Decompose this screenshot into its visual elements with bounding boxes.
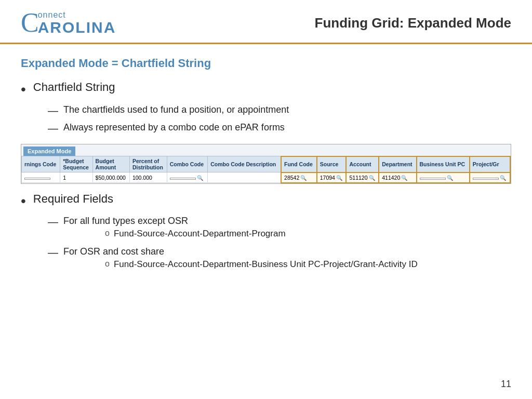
chartfield-sub-items: — The chartfields used to fund a positio…	[48, 103, 511, 136]
col-percent-dist: Percent ofDistribution	[129, 156, 167, 172]
dash-2: —	[48, 121, 58, 136]
logo-c-letter: C	[21, 9, 39, 36]
sub-sub-item-1-text: Fund-Source-Account-Department-Program	[114, 228, 286, 240]
input-combo-code[interactable]	[170, 178, 196, 180]
col-project: Project/Gr	[470, 156, 510, 172]
col-account: Account	[346, 156, 379, 172]
sub-sub-item-2: o Fund-Source-Account-Department-Busines…	[105, 258, 418, 271]
dash-3: —	[48, 215, 58, 229]
logo-carolina: AROLINA	[38, 20, 116, 35]
sub-item-1: — The chartfields used to fund a positio…	[48, 103, 511, 118]
search-icon-bu[interactable]: 🔍	[447, 175, 453, 181]
circle-o-2: o	[105, 258, 110, 270]
grid-header-row: rnings Code *BudgetSequence BudgetAmount…	[22, 156, 511, 172]
bullet-required-label: Required Fields	[33, 192, 113, 206]
sub-sub-item-2-text: Fund-Source-Account-Department-Business …	[114, 258, 418, 271]
col-department: Department	[379, 156, 416, 172]
cell-earnings-code	[22, 172, 60, 183]
slide-header: C onnect AROLINA Funding Grid: Expanded …	[0, 0, 532, 44]
col-business-unit: Business Unit PC	[417, 156, 470, 172]
col-combo-desc: Combo Code Description	[208, 156, 281, 172]
col-budget-amount: BudgetAmount	[92, 156, 129, 172]
cell-account: 511120🔍	[346, 172, 379, 183]
slide-content: Expanded Mode = Chartfield String • Char…	[0, 44, 532, 283]
section-title: Expanded Mode = Chartfield String	[21, 57, 511, 70]
slide-title: Funding Grid: Expanded Mode	[315, 15, 511, 31]
cell-department: 411420🔍	[379, 172, 416, 183]
search-icon-dept[interactable]: 🔍	[401, 175, 407, 181]
sub-item-2-text: Always represented by a combo code on eP…	[63, 121, 285, 134]
logo: C onnect AROLINA	[21, 9, 116, 36]
col-source: Source	[317, 156, 347, 172]
grid-table-wrapper: rnings Code *BudgetSequence BudgetAmount…	[21, 156, 511, 183]
search-icon-project[interactable]: 🔍	[500, 175, 506, 181]
input-earnings-code[interactable]	[24, 178, 50, 180]
page-number: 11	[501, 379, 511, 390]
dash-1: —	[48, 103, 58, 118]
bullet-dot-1: •	[21, 81, 26, 98]
required-section: • Required Fields — For all fund types e…	[21, 192, 511, 273]
cell-fund-code: 28542🔍	[281, 172, 317, 183]
required-sub-items: — For all fund types except OSR o Fund-S…	[48, 215, 511, 273]
sub-item-cost-share: — For OSR and cost share o Fund-Source-A…	[48, 245, 511, 273]
sub-item-osr: — For all fund types except OSR o Fund-S…	[48, 215, 511, 242]
grid-screenshot: Expanded Mode rnings Code *BudgetSequenc…	[21, 144, 511, 184]
col-combo-code: Combo Code	[167, 156, 207, 172]
cell-percent-dist: 100.000	[129, 172, 167, 183]
dash-4: —	[48, 245, 58, 260]
cell-budget-amount: $50,000.000	[92, 172, 129, 183]
input-project[interactable]	[473, 178, 499, 180]
search-icon-source[interactable]: 🔍	[336, 175, 342, 181]
cell-business-unit: 🔍	[417, 172, 470, 183]
sub-item-1-text: The chartfields used to fund a position,…	[63, 103, 289, 116]
col-fund-code: Fund Code	[281, 156, 317, 172]
search-icon-fund[interactable]: 🔍	[300, 175, 307, 181]
cell-combo-code: 🔍	[167, 172, 207, 183]
bullet-required-fields: • Required Fields	[21, 192, 511, 210]
grid-mode-label: Expanded Mode	[23, 147, 75, 156]
grid-table: rnings Code *BudgetSequence BudgetAmount…	[21, 156, 511, 183]
input-business-unit[interactable]	[420, 178, 446, 180]
col-earnings-code: rnings Code	[22, 156, 60, 172]
circle-o-1: o	[105, 228, 110, 239]
sub-item-cost-share-text: For OSR and cost share	[63, 246, 164, 257]
sub-item-2: — Always represented by a combo code on …	[48, 121, 511, 136]
grid-data-row: 1 $50,000.000 100.000 🔍 28542🔍 17094🔍 51…	[22, 172, 511, 183]
sub-sub-items-1: o Fund-Source-Account-Department-Program	[105, 228, 286, 240]
cell-combo-desc	[208, 172, 281, 183]
search-icon-account[interactable]: 🔍	[369, 175, 375, 181]
sub-item-osr-text: For all fund types except OSR	[63, 216, 188, 226]
sub-sub-items-2: o Fund-Source-Account-Department-Busines…	[105, 258, 418, 271]
cell-source: 17094🔍	[317, 172, 347, 183]
cell-budget-seq: 1	[60, 172, 92, 183]
bullet-chartfield-string: • Chartfield String	[21, 81, 511, 98]
sub-sub-item-1: o Fund-Source-Account-Department-Program	[105, 228, 286, 240]
bullet-chartfield-label: Chartfield String	[33, 81, 115, 94]
logo-text-block: onnect AROLINA	[38, 10, 116, 35]
search-icon-combo[interactable]: 🔍	[197, 175, 203, 181]
col-budget-seq: *BudgetSequence	[60, 156, 92, 172]
bullet-dot-2: •	[21, 192, 26, 210]
cell-project: 🔍	[470, 172, 510, 183]
